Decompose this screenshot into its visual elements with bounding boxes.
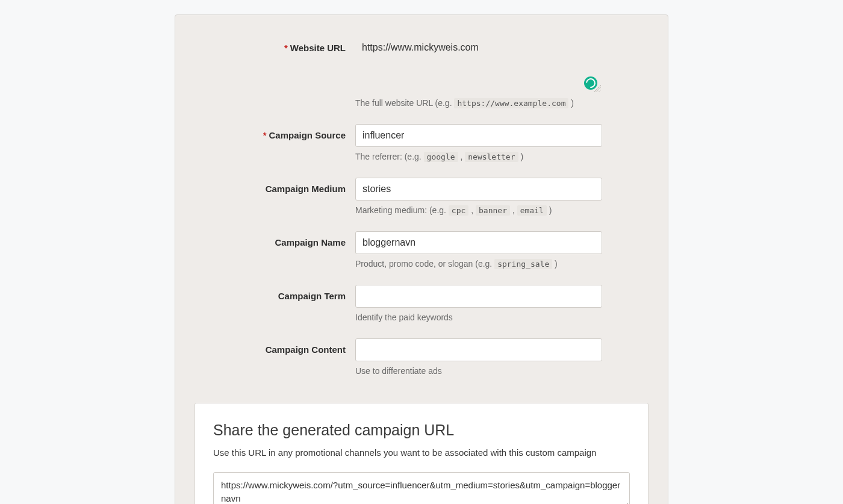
row-website-url: *Website URL https://www.mickyweis.com T… <box>241 37 602 118</box>
hint-campaign-source: The referrer: (e.g. google , newsletter … <box>355 151 602 163</box>
row-campaign-medium: Campaign Medium Marketing medium: (e.g. … <box>241 178 602 225</box>
campaign-term-input[interactable] <box>355 285 602 308</box>
share-card: Share the generated campaign URL Use thi… <box>194 403 649 504</box>
hint-campaign-medium: Marketing medium: (e.g. cpc , banner , e… <box>355 204 602 217</box>
grammarly-icon[interactable] <box>584 76 597 90</box>
generated-url-text: https://www.mickyweis.com/?utm_source=in… <box>221 480 620 503</box>
row-campaign-content: Campaign Content Use to differentiate ad… <box>241 338 602 386</box>
row-campaign-source: *Campaign Source The referrer: (e.g. goo… <box>241 124 602 172</box>
label-campaign-medium: Campaign Medium <box>241 178 355 194</box>
required-star: * <box>263 130 267 140</box>
share-subtext: Use this URL in any promotional channels… <box>213 447 630 458</box>
share-heading: Share the generated campaign URL <box>213 422 630 439</box>
campaign-content-input[interactable] <box>355 338 602 361</box>
hint-campaign-content: Use to differentiate ads <box>355 365 602 378</box>
website-url-input[interactable]: https://www.mickyweis.com <box>355 37 602 93</box>
label-campaign-name: Campaign Name <box>241 231 355 247</box>
campaign-name-input[interactable] <box>355 231 602 254</box>
required-star: * <box>284 43 288 53</box>
label-campaign-term: Campaign Term <box>241 285 355 301</box>
generated-url-textarea[interactable]: https://www.mickyweis.com/?utm_source=in… <box>213 472 630 504</box>
utm-builder-panel: *Website URL https://www.mickyweis.com T… <box>175 14 668 504</box>
hint-campaign-term: Identify the paid keywords <box>355 311 602 324</box>
campaign-medium-input[interactable] <box>355 178 602 201</box>
website-url-value: https://www.mickyweis.com <box>362 42 479 53</box>
hint-campaign-name: Product, promo code, or slogan (e.g. spr… <box>355 258 602 270</box>
label-website-url: *Website URL <box>241 37 355 53</box>
utm-form: *Website URL https://www.mickyweis.com T… <box>241 37 602 386</box>
row-campaign-term: Campaign Term Identify the paid keywords <box>241 285 602 332</box>
label-campaign-source: *Campaign Source <box>241 124 355 140</box>
row-campaign-name: Campaign Name Product, promo code, or sl… <box>241 231 602 279</box>
campaign-source-input[interactable] <box>355 124 602 147</box>
label-campaign-content: Campaign Content <box>241 338 355 355</box>
hint-website-url: The full website URL (e.g. https://www.e… <box>355 97 602 110</box>
